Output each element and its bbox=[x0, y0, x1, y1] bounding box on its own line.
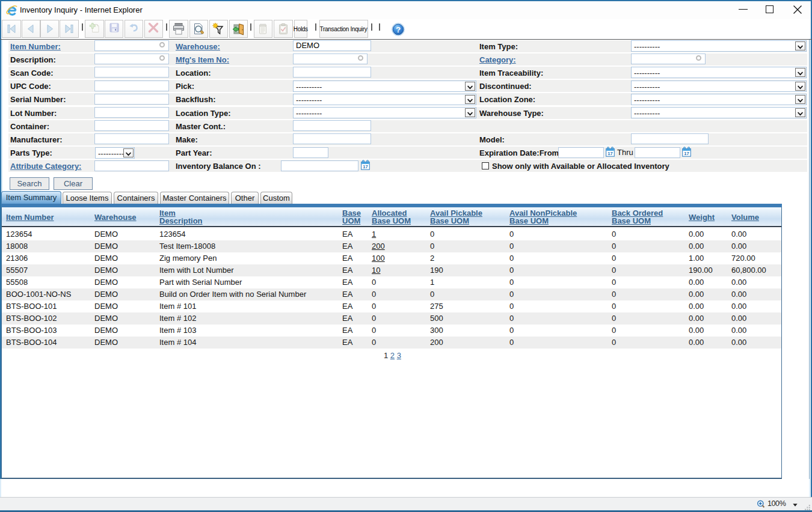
svg-text:17: 17 bbox=[363, 164, 368, 169]
svg-text:17: 17 bbox=[684, 150, 689, 156]
svg-text:17: 17 bbox=[607, 150, 612, 156]
svg-text:?: ? bbox=[396, 25, 401, 34]
